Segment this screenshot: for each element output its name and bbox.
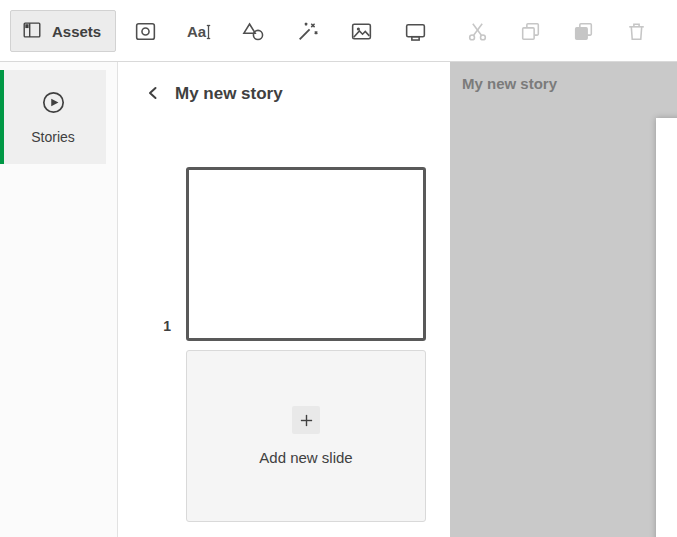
- edit-actions-group: [459, 10, 654, 52]
- canvas-story-title: My new story: [462, 75, 557, 92]
- text-icon: Aa: [186, 19, 212, 44]
- add-new-slide-button[interactable]: Add new slide: [186, 350, 426, 522]
- cut-button[interactable]: [459, 10, 495, 52]
- scissors-icon: [465, 19, 490, 44]
- story-canvas-area: My new story: [450, 62, 677, 537]
- assets-label: Assets: [52, 23, 101, 40]
- snapshot-library-button[interactable]: [127, 10, 163, 52]
- image-icon: [349, 19, 374, 44]
- left-sidebar: Stories: [0, 62, 118, 537]
- add-new-slide-label: Add new slide: [259, 449, 352, 466]
- paste-button[interactable]: [565, 10, 601, 52]
- sidebar-item-stories[interactable]: Stories: [0, 70, 106, 164]
- sheet-icon: [403, 19, 428, 44]
- text-objects-button[interactable]: Aa: [181, 10, 217, 52]
- copy-button[interactable]: [512, 10, 548, 52]
- plus-icon: [292, 406, 320, 434]
- effects-library-button[interactable]: [289, 10, 325, 52]
- slide-edit-surface[interactable]: [656, 118, 677, 537]
- media-library-button[interactable]: [343, 10, 379, 52]
- svg-text:Aa: Aa: [187, 22, 207, 39]
- story-title: My new story: [175, 84, 283, 104]
- sidebar-item-label: Stories: [31, 129, 75, 145]
- shapes-library-button[interactable]: [235, 10, 271, 52]
- top-toolbar: Assets Aa: [0, 0, 677, 62]
- delete-button[interactable]: [618, 10, 654, 52]
- paste-icon: [571, 19, 596, 44]
- back-button[interactable]: [141, 82, 165, 106]
- chevron-left-icon: [145, 85, 161, 104]
- play-circle-icon: [40, 89, 67, 120]
- story-editor-window: Assets Aa: [0, 0, 677, 537]
- trash-icon: [624, 19, 649, 44]
- panel-header: My new story: [141, 82, 283, 106]
- magic-wand-icon: [295, 19, 320, 44]
- embed-sheet-button[interactable]: [397, 10, 433, 52]
- slide-number: 1: [143, 318, 171, 334]
- snapshot-icon: [133, 19, 158, 44]
- assets-toggle-button[interactable]: Assets: [10, 10, 116, 52]
- story-slides-panel: My new story 1 Add new slide: [119, 62, 450, 537]
- tools-group: Aa: [127, 10, 433, 52]
- slide-thumbnail[interactable]: [186, 167, 426, 341]
- copy-icon: [518, 19, 543, 44]
- panel-layout-icon: [21, 19, 43, 44]
- shapes-icon: [241, 19, 266, 44]
